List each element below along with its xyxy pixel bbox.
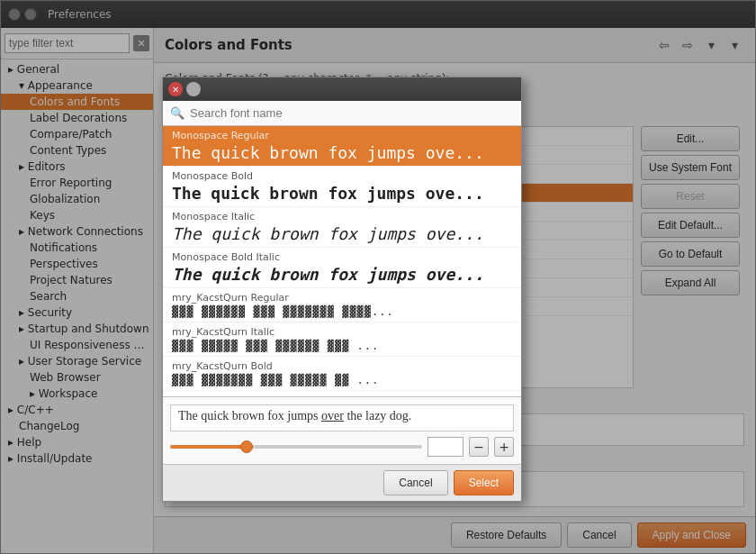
font-item-monospace-regular[interactable]: Monospace Regular The quick brown fox ju… — [163, 126, 521, 167]
font-item-mry-italic[interactable]: mry_KacstQurn Italic ▓▓▓ ▓▓▓▓▓ ▓▓▓ ▓▓▓▓▓… — [163, 322, 521, 357]
font-chooser-dialog: ✕ 🔍 Monospace Regular The quick brown fo… — [162, 77, 522, 502]
font-select-button[interactable]: Select — [454, 470, 514, 495]
font-preview-monospace-regular: The quick brown fox jumps ove... — [172, 143, 512, 162]
font-size-slider-thumb[interactable] — [240, 440, 253, 453]
font-cancel-button[interactable]: Cancel — [383, 470, 447, 495]
font-preview-monospace-bold: The quick brown fox jumps ove... — [172, 184, 512, 203]
font-list: Monospace Regular The quick brown fox ju… — [163, 126, 521, 396]
font-item-monospace-bold-italic[interactable]: Monospace Bold Italic The quick brown fo… — [163, 248, 521, 288]
font-dialog-close-btn[interactable]: ✕ — [168, 82, 183, 96]
font-search-icon: 🔍 — [170, 106, 184, 120]
font-name-mry-bold: mry_KacstQurn Bold — [172, 360, 512, 372]
font-name-monospace-regular: Monospace Regular — [172, 130, 512, 141]
font-item-monospace-bold[interactable]: Monospace Bold The quick brown fox jumps… — [163, 167, 521, 207]
font-search-input[interactable] — [190, 106, 514, 120]
font-name-mry-italic: mry_KacstQurn Italic — [172, 326, 512, 338]
font-preview-mry-italic: ▓▓▓ ▓▓▓▓▓ ▓▓▓ ▓▓▓▓▓▓ ▓▓▓ ... — [172, 340, 512, 352]
font-dialog-titlebar: ✕ — [163, 77, 521, 101]
font-size-increase-btn[interactable]: + — [494, 437, 514, 457]
font-name-monospace-bold-italic: Monospace Bold Italic — [172, 251, 512, 263]
font-preview-box: The quick brown fox jumps over the lazy … — [170, 404, 514, 431]
font-preview-monospace-bold-italic: The quick brown fox jumps ove... — [172, 265, 512, 284]
dialog-overlay: ✕ 🔍 Monospace Regular The quick brown fo… — [0, 0, 756, 554]
font-search-bar: 🔍 — [163, 101, 521, 126]
preview-underline-word: over — [321, 409, 344, 422]
font-item-mry-regular[interactable]: mry_KacstQurn Regular ▓▓▓ ▓▓▓▓▓▓ ▓▓▓ ▓▓▓… — [163, 288, 521, 322]
font-dialog-restore-btn[interactable] — [186, 82, 201, 96]
font-size-decrease-btn[interactable]: − — [469, 437, 489, 457]
font-dialog-buttons: Cancel Select — [163, 464, 521, 501]
font-size-row: 10 − + — [170, 437, 514, 457]
font-name-monospace-italic: Monospace Italic — [172, 211, 512, 223]
font-name-mry-regular: mry_KacstQurn Regular — [172, 292, 512, 304]
font-preview-monospace-italic: The quick brown fox jumps ove... — [172, 224, 512, 243]
font-item-monospace-italic[interactable]: Monospace Italic The quick brown fox jum… — [163, 207, 521, 248]
font-size-slider[interactable] — [170, 445, 422, 449]
font-item-mry-bold[interactable]: mry_KacstQurn Bold ▓▓▓ ▓▓▓▓▓▓▓ ▓▓▓ ▓▓▓▓▓… — [163, 357, 521, 391]
font-size-input[interactable]: 10 — [428, 437, 464, 457]
font-name-monospace-bold: Monospace Bold — [172, 170, 512, 182]
font-preview-mry-bold: ▓▓▓ ▓▓▓▓▓▓▓ ▓▓▓ ▓▓▓▓▓ ▓▓ ... — [172, 374, 512, 386]
font-preview-section: The quick brown fox jumps over the lazy … — [163, 396, 521, 464]
font-preview-mry-regular: ▓▓▓ ▓▓▓▓▓▓ ▓▓▓ ▓▓▓▓▓▓▓ ▓▓▓▓... — [172, 305, 512, 318]
